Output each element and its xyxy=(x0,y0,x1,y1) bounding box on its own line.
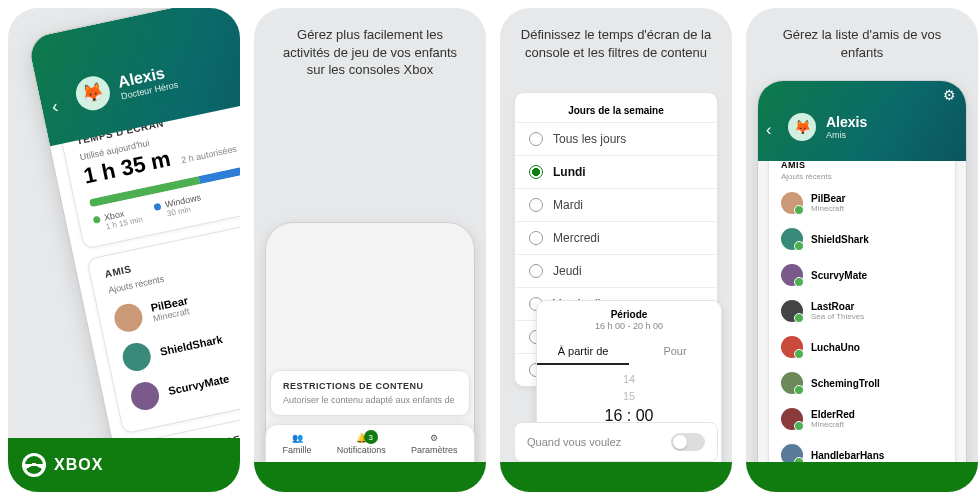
avatar: 🦊 xyxy=(73,73,113,113)
friend-game: Minecraft xyxy=(811,204,845,213)
panel-caption: Définissez le temps d'écran de la consol… xyxy=(500,8,732,69)
restrictions-card[interactable]: RESTRICTIONS DE CONTENU Autoriser le con… xyxy=(270,370,470,416)
friend-game: Minecraft xyxy=(811,420,855,429)
friend-name: HandlebarHans xyxy=(811,450,884,461)
day-option[interactable]: Mercredi xyxy=(515,221,717,254)
friend-name: ShieldShark xyxy=(159,333,224,358)
xbox-brand-footer: XBOX xyxy=(8,438,240,492)
screenshot-panel-4: Gérez la liste d'amis de vos enfants ⚙ ‹… xyxy=(746,8,978,492)
screenshot-panel-1: ⚙ ‹ 🦊 Alexis Docteur Héros TEMPS D'ÉCRAN… xyxy=(8,8,240,492)
profile-block[interactable]: 🦊 Alexis Amis xyxy=(788,113,867,141)
friends-card: AMIS Ajouts récents PilBearMinecraft Shi… xyxy=(768,147,956,492)
dot-icon xyxy=(93,216,101,224)
period-title: Période xyxy=(537,309,721,320)
panel-caption: Gérez la liste d'amis de vos enfants xyxy=(746,8,978,69)
day-option[interactable]: Jeudi xyxy=(515,254,717,287)
list-item[interactable]: PilBearMinecraft xyxy=(769,185,955,221)
back-icon[interactable]: ‹ xyxy=(50,96,60,118)
gear-icon: ⚙ xyxy=(430,433,438,443)
friend-name: ScurvyMate xyxy=(167,372,230,397)
nav-label: Paramètres xyxy=(411,445,458,455)
tab-to[interactable]: Pour xyxy=(629,339,721,365)
phone-mock-4: ⚙ ‹ 🦊 Alexis Amis AMIS Ajouts récents Pi… xyxy=(757,80,967,492)
dot-icon xyxy=(154,203,162,211)
day-label: Tous les jours xyxy=(553,132,626,146)
friend-name: ScurvyMate xyxy=(811,270,867,281)
whenever-label: Quand vous voulez xyxy=(527,436,621,448)
restrictions-sub: Autoriser le contenu adapté aux enfants … xyxy=(283,395,457,405)
avatar: 🦊 xyxy=(788,113,816,141)
screenshot-panel-3: Définissez le temps d'écran de la consol… xyxy=(500,8,732,492)
gear-icon[interactable]: ⚙ xyxy=(943,87,956,103)
friend-name: LuchaUno xyxy=(811,342,860,353)
list-item[interactable]: LastRoarSea of Thieves xyxy=(769,293,955,329)
list-item[interactable]: LuchaUno xyxy=(769,329,955,365)
day-option[interactable]: Lundi xyxy=(515,155,717,188)
people-icon: 👥 xyxy=(292,433,303,443)
nav-family[interactable]: 👥Famille xyxy=(283,433,312,455)
profile-block[interactable]: 🦊 Alexis Docteur Héros xyxy=(73,59,180,113)
day-option[interactable]: Tous les jours xyxy=(515,122,717,155)
profile-name: Alexis xyxy=(826,114,867,130)
period-range: 16 h 00 - 20 h 00 xyxy=(537,321,721,331)
toggle-switch[interactable] xyxy=(671,433,705,451)
nav-notifications[interactable]: 🔔3Notifications xyxy=(337,433,386,455)
day-label: Jeudi xyxy=(553,264,582,278)
friend-name: PilBear xyxy=(811,193,845,204)
phone-header: ⚙ ‹ 🦊 Alexis Amis xyxy=(758,81,966,161)
friends-card[interactable]: AMIS Ajouts récents PilBearMinecraft Shi… xyxy=(86,211,240,435)
allowed-label: 2 h autorisées xyxy=(180,144,237,166)
notification-badge: 3 xyxy=(364,430,378,444)
brand-band xyxy=(746,462,978,492)
wheel-value: 14 xyxy=(537,371,721,388)
phone-mock-1: ⚙ ‹ 🦊 Alexis Docteur Héros TEMPS D'ÉCRAN… xyxy=(26,8,240,492)
day-option[interactable]: Mardi xyxy=(515,188,717,221)
friend-name: LastRoar xyxy=(811,301,864,312)
nav-label: Famille xyxy=(283,445,312,455)
list-item[interactable]: ScurvyMate xyxy=(769,257,955,293)
friend-name: ElderRed xyxy=(811,409,855,420)
brand-band xyxy=(500,462,732,492)
day-label: Mercredi xyxy=(553,231,600,245)
list-item[interactable]: ElderRedMinecraft xyxy=(769,401,955,437)
day-label: Lundi xyxy=(553,165,586,179)
whenever-row[interactable]: Quand vous voulez xyxy=(514,422,718,462)
nav-label: Notifications xyxy=(337,445,386,455)
friend-name: SchemingTroll xyxy=(811,378,880,389)
brand-band xyxy=(254,462,486,492)
list-item[interactable]: SchemingTroll xyxy=(769,365,955,401)
recent-adds-label: Ajouts récents xyxy=(769,172,955,185)
tab-from[interactable]: À partir de xyxy=(537,339,629,365)
days-title: Jours de la semaine xyxy=(515,101,717,122)
day-label: Mardi xyxy=(553,198,583,212)
friend-name: ShieldShark xyxy=(811,234,869,245)
list-item[interactable]: ShieldShark xyxy=(769,221,955,257)
xbox-logo-icon xyxy=(22,453,46,477)
nav-settings[interactable]: ⚙Paramètres xyxy=(411,433,458,455)
friend-game: Sea of Thieves xyxy=(811,312,864,321)
screenshot-panel-2: Gérez plus facilement les activités de j… xyxy=(254,8,486,492)
bottom-nav: 👥Famille 🔔3Notifications ⚙Paramètres xyxy=(265,424,475,466)
restrictions-label: RESTRICTIONS DE CONTENU xyxy=(283,381,457,391)
profile-subtitle: Amis xyxy=(826,130,867,140)
wheel-value: 15 xyxy=(537,388,721,405)
back-icon[interactable]: ‹ xyxy=(766,121,771,139)
brand-label: XBOX xyxy=(54,456,103,474)
panel-caption: Gérez plus facilement les activités de j… xyxy=(254,8,486,87)
